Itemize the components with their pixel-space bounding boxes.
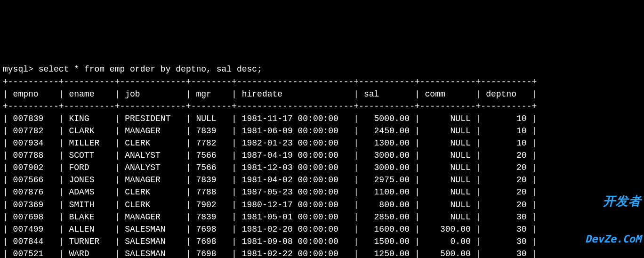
table-body: | 007839 | KING | PRESIDENT | NULL | 198…: [3, 114, 537, 258]
sql-prompt: mysql>: [3, 64, 39, 74]
table-border-mid: +----------+----------+-------------+---…: [3, 102, 537, 111]
table-header-row: | empno | ename | job | mgr | hiredate |…: [3, 89, 537, 99]
terminal-output: mysql> select * from emp order by deptno…: [3, 51, 641, 258]
sql-query[interactable]: select * from emp order by deptno, sal d…: [39, 64, 262, 74]
table-border-top: +----------+----------+-------------+---…: [3, 77, 537, 87]
